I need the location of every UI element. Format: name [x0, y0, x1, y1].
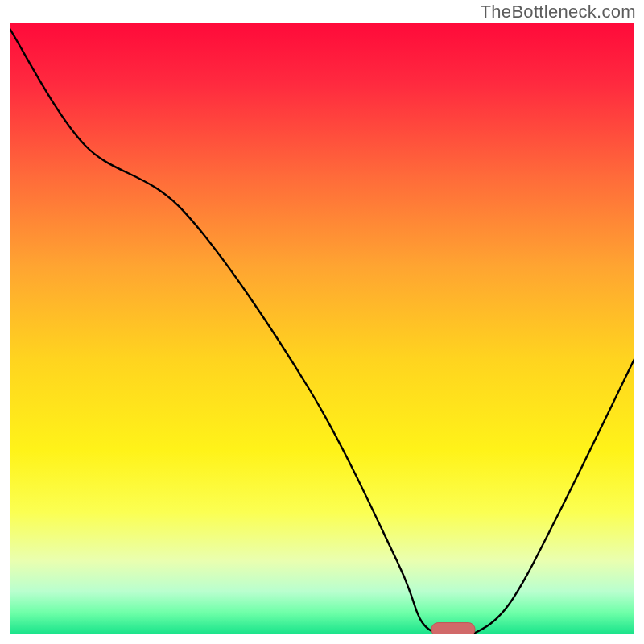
- chart-stage: TheBottleneck.com: [0, 0, 644, 644]
- watermark-text: TheBottleneck.com: [481, 2, 636, 23]
- chart-plot-area: [10, 23, 634, 634]
- chart-svg: [10, 23, 634, 634]
- optimum-marker: [431, 623, 475, 634]
- gradient-background: [10, 23, 634, 634]
